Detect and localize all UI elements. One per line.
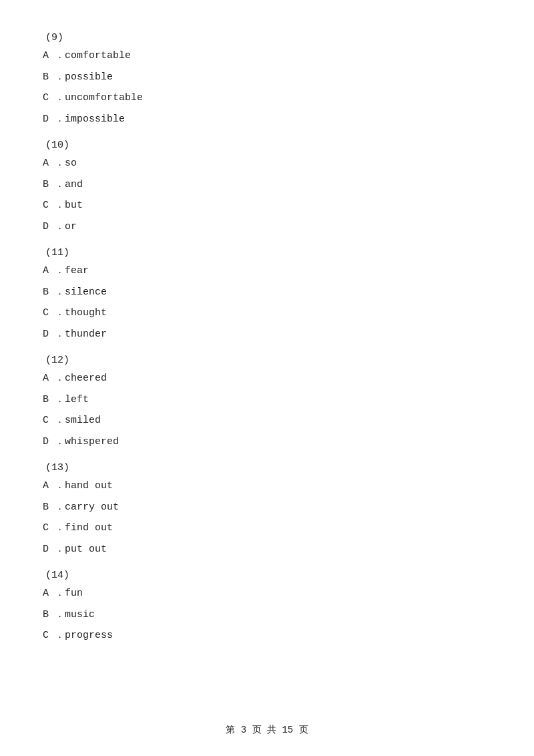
option-9-a: A ．comfortable (40, 47, 494, 65)
option-12-d: D ．whispered (40, 433, 494, 451)
option-10-d: D ．or (40, 218, 494, 236)
option-14-c: C ．progress (40, 627, 494, 644)
page-footer: 第 3 页 共 15 页 (0, 724, 534, 736)
option-13-c: C ．find out (40, 520, 494, 537)
option-13-b: B ．carry out (40, 499, 494, 516)
question-number-10: (10) (40, 140, 494, 151)
option-12-b: B ．left (40, 391, 494, 409)
question-number-14: (14) (40, 570, 494, 581)
question-number-13: (13) (40, 462, 494, 474)
option-14-b: B ．music (40, 606, 494, 624)
option-12-a: A ．cheered (40, 370, 494, 387)
footer-text: 第 3 页 共 15 页 (226, 725, 308, 735)
option-9-b: B ．possible (40, 69, 494, 86)
option-11-d: D ．thunder (40, 326, 494, 343)
option-10-b: B ．and (40, 176, 494, 194)
option-11-b: B ．silence (40, 284, 494, 301)
option-11-c: C ．thought (40, 305, 494, 322)
question-number-12: (12) (40, 355, 494, 366)
questions-container: (9)A ．comfortableB ．possibleC ．uncomfort… (40, 32, 494, 644)
option-14-a: A ．fun (40, 585, 494, 602)
question-number-11: (11) (40, 247, 494, 258)
page-content: (9)A ．comfortableB ．possibleC ．uncomfort… (0, 0, 534, 689)
question-number-9: (9) (40, 32, 494, 43)
option-13-d: D ．put out (40, 541, 494, 558)
option-11-a: A ．fear (40, 262, 494, 280)
option-9-d: D ．impossible (40, 111, 494, 128)
option-13-a: A ．hand out (40, 478, 494, 495)
option-10-a: A ．so (40, 155, 494, 172)
option-12-c: C ．smiled (40, 412, 494, 429)
option-9-c: C ．uncomfortable (40, 89, 494, 107)
option-10-c: C ．but (40, 197, 494, 214)
